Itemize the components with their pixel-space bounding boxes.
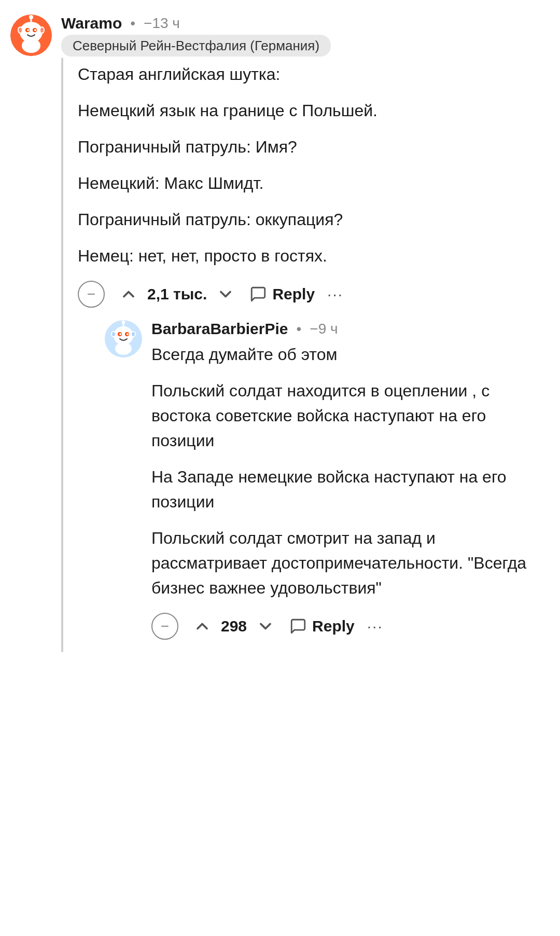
nested-comment-top: BarbaraBarbierPie • −9 ч Всегда думайте … bbox=[105, 320, 550, 652]
timestamp: −13 ч bbox=[144, 15, 180, 32]
nested-action-bar: − 298 bbox=[151, 613, 550, 640]
nested-comment-content: BarbaraBarbierPie • −9 ч Всегда думайте … bbox=[151, 320, 550, 652]
nested-username: BarbaraBarbierPie bbox=[151, 320, 288, 338]
comment-header: Waramo • −13 ч bbox=[61, 15, 550, 32]
thread-line bbox=[61, 58, 63, 652]
comment-thread: Waramo • −13 ч Северный Рейн-Вестфалия (… bbox=[0, 0, 560, 652]
upvote-button[interactable] bbox=[117, 283, 140, 306]
body-line-2: Немецкий язык на границе с Польшей. bbox=[78, 98, 550, 123]
body-line-1: Старая английская шутка: bbox=[78, 62, 550, 87]
nested-timestamp: −9 ч bbox=[310, 321, 338, 337]
vote-count: 2,1 тыс. bbox=[147, 285, 207, 303]
avatar-image bbox=[10, 15, 52, 56]
nested-vote-count: 298 bbox=[221, 617, 247, 635]
comment-content: Waramo • −13 ч Северный Рейн-Вестфалия (… bbox=[61, 15, 550, 652]
nested-downvote-button[interactable] bbox=[254, 615, 277, 638]
svg-point-12 bbox=[22, 38, 40, 53]
nested-collapse-button[interactable]: − bbox=[151, 613, 178, 640]
svg-point-25 bbox=[115, 342, 132, 355]
nested-comment-body: Всегда думайте об этом Польский солдат н… bbox=[151, 342, 550, 600]
svg-point-5 bbox=[34, 29, 36, 31]
nested-avatar-image bbox=[105, 320, 142, 357]
svg-point-17 bbox=[119, 333, 121, 335]
svg-point-9 bbox=[40, 27, 44, 33]
nested-avatar bbox=[105, 320, 142, 357]
svg-point-4 bbox=[27, 29, 29, 31]
svg-point-11 bbox=[29, 15, 33, 19]
svg-point-24 bbox=[122, 321, 125, 324]
nested-reply-button[interactable]: Reply bbox=[289, 617, 355, 635]
comment-body-wrapper: Старая английская шутка: Немецкий язык н… bbox=[61, 58, 550, 652]
svg-point-8 bbox=[19, 27, 22, 33]
reply-icon bbox=[249, 285, 267, 303]
reply-label: Reply bbox=[272, 285, 315, 303]
action-bar: − 2,1 тыс. bbox=[78, 281, 550, 308]
body-line-5: Пограничный патруль: оккупация? bbox=[78, 207, 550, 232]
comment-body: Старая английская шутка: Немецкий язык н… bbox=[78, 62, 550, 268]
nested-comment-header: BarbaraBarbierPie • −9 ч bbox=[151, 320, 550, 338]
reply-button[interactable]: Reply bbox=[249, 285, 315, 303]
body-line-4: Немецкий: Макс Шмидт. bbox=[78, 171, 550, 196]
nested-comment: BarbaraBarbierPie • −9 ч Всегда думайте … bbox=[105, 320, 550, 652]
username: Waramo bbox=[61, 15, 122, 32]
vote-section: 2,1 тыс. bbox=[117, 283, 237, 306]
nested-reply-icon bbox=[289, 617, 307, 635]
avatar bbox=[10, 15, 52, 56]
svg-point-21 bbox=[112, 332, 115, 336]
nested-vote-section: 298 bbox=[191, 615, 277, 638]
nested-reply-label: Reply bbox=[312, 617, 355, 635]
top-comment: Waramo • −13 ч Северный Рейн-Вестфалия (… bbox=[10, 15, 550, 652]
nested-body-line-2: Польский солдат находится в оцеплении , … bbox=[151, 378, 550, 453]
nested-body-line-4: Польский солдат смотрит на запад и рассм… bbox=[151, 526, 550, 600]
nested-body-line-3: На Западе немецкие войска наступают на е… bbox=[151, 464, 550, 514]
nested-more-options-button[interactable]: ··· bbox=[367, 617, 383, 635]
svg-point-18 bbox=[127, 333, 129, 335]
svg-point-22 bbox=[132, 332, 135, 336]
body-line-6: Немец: нет, нет, просто в гостях. bbox=[78, 243, 550, 268]
location-badge: Северный Рейн-Вестфалия (Германия) bbox=[61, 35, 331, 57]
nested-upvote-button[interactable] bbox=[191, 615, 214, 638]
downvote-button[interactable] bbox=[214, 283, 237, 306]
more-options-button[interactable]: ··· bbox=[327, 285, 343, 303]
collapse-button[interactable]: − bbox=[78, 281, 105, 308]
nested-body-line-1: Всегда думайте об этом bbox=[151, 342, 550, 367]
body-line-3: Пограничный патруль: Имя? bbox=[78, 134, 550, 159]
